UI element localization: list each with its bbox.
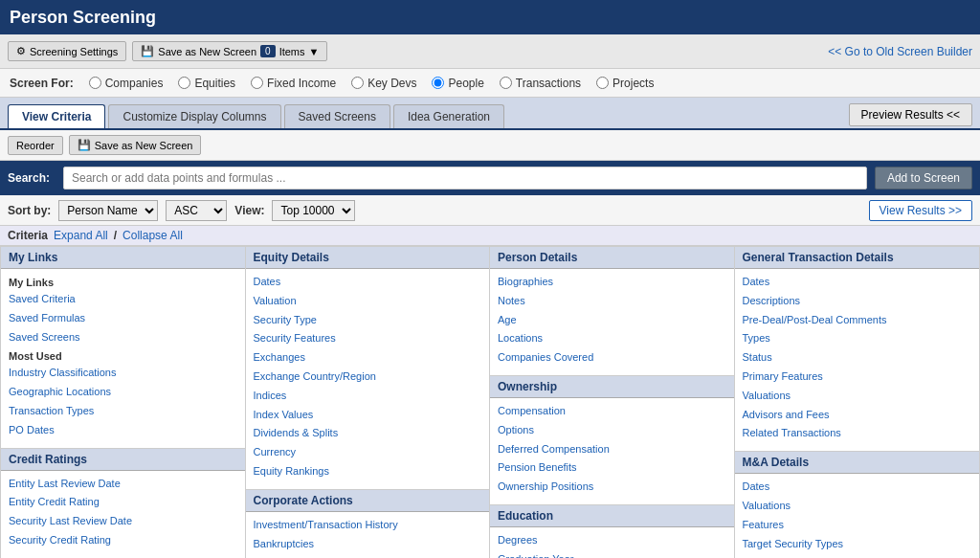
collapse-all-link[interactable]: Collapse All	[122, 229, 183, 242]
link-notes[interactable]: Notes	[498, 292, 726, 311]
tab-customize-display-columns[interactable]: Customize Display Columns	[108, 104, 280, 128]
link-status[interactable]: Status	[743, 348, 972, 368]
expand-all-link[interactable]: Expand All	[54, 229, 108, 242]
link-compensation[interactable]: Compensation	[498, 402, 726, 421]
link-security-last-review-date[interactable]: Security Last Review Date	[9, 512, 237, 531]
link-industry-classifications-mylinks[interactable]: Industry Classifications	[9, 364, 237, 383]
link-saved-criteria[interactable]: Saved Criteria	[9, 290, 237, 309]
radio-equities[interactable]: Equities	[178, 77, 235, 90]
link-transaction-types[interactable]: Transaction Types	[9, 402, 237, 421]
sort-bar: Sort by: Person Name ASC DESC View: Top …	[0, 195, 980, 226]
radio-companies[interactable]: Companies	[89, 77, 164, 90]
link-pre-post-deal-comments[interactable]: Pre-Deal/Post-Deal Comments	[743, 311, 972, 330]
link-filings[interactable]: Filings	[254, 553, 482, 558]
link-geographic-locations-mylinks[interactable]: Geographic Locations	[9, 383, 237, 402]
preview-results-button[interactable]: Preview Results <<	[849, 103, 972, 126]
link-pension-benefits[interactable]: Pension Benefits	[498, 458, 726, 478]
link-equity-dates[interactable]: Dates	[254, 273, 482, 292]
link-age[interactable]: Age	[498, 311, 726, 330]
link-target-security-types[interactable]: Target Security Types	[743, 535, 972, 554]
link-ma-valuations[interactable]: Valuations	[743, 497, 972, 516]
link-companies-covered[interactable]: Companies Covered	[498, 348, 726, 368]
link-exchanges[interactable]: Exchanges	[254, 348, 482, 368]
section-content-my-links: My Links Saved Criteria Saved Formulas S…	[1, 269, 245, 448]
link-security-features[interactable]: Security Features	[254, 329, 482, 348]
criteria-header: Criteria Expand All / Collapse All	[0, 226, 980, 246]
radio-transactions[interactable]: Transactions	[500, 77, 581, 90]
link-investment-transaction-history[interactable]: Investment/Transaction History	[254, 516, 482, 535]
link-saved-formulas[interactable]: Saved Formulas	[9, 309, 237, 328]
section-credit-ratings: Credit Ratings Entity Last Review Date E…	[1, 449, 245, 558]
tab-view-criteria[interactable]: View Criteria	[8, 104, 105, 128]
tabs-left: View Criteria Customize Display Columns …	[8, 104, 504, 128]
link-dividends-splits[interactable]: Dividends & Splits	[254, 424, 482, 443]
old-screen-builder-link[interactable]: << Go to Old Screen Builder	[828, 45, 972, 58]
link-bankruptcies[interactable]: Bankruptcies	[254, 535, 482, 554]
gear-icon: ⚙	[16, 45, 26, 57]
section-ownership: Ownership Compensation Options Deferred …	[490, 376, 734, 505]
sort-order-select[interactable]: ASC DESC	[166, 200, 227, 221]
link-biographies[interactable]: Biographies	[498, 273, 726, 292]
link-currency[interactable]: Currency	[254, 443, 482, 462]
link-types[interactable]: Types	[743, 329, 972, 348]
view-label: View:	[234, 204, 264, 217]
link-exchange-country-region[interactable]: Exchange Country/Region	[254, 368, 482, 387]
search-label: Search:	[8, 171, 56, 185]
link-options[interactable]: Options	[498, 421, 726, 440]
link-locations[interactable]: Locations	[498, 329, 726, 348]
link-advisors-and-fees[interactable]: Advisors and Fees	[743, 406, 972, 425]
radio-people[interactable]: People	[432, 77, 483, 90]
tab-idea-generation[interactable]: Idea Generation	[393, 104, 504, 128]
section-title-person-details: Person Details	[490, 247, 734, 269]
save-icon: 💾	[141, 45, 154, 57]
add-to-screen-button[interactable]: Add to Screen	[875, 167, 972, 190]
link-ma-dates[interactable]: Dates	[743, 478, 972, 497]
sort-by-select[interactable]: Person Name	[58, 200, 158, 221]
radio-fixed-income[interactable]: Fixed Income	[251, 77, 336, 90]
search-input[interactable]	[63, 167, 867, 190]
link-security-credit-rating[interactable]: Security Credit Rating	[9, 531, 237, 550]
link-saved-screens[interactable]: Saved Screens	[9, 328, 237, 347]
search-bar: Search: Add to Screen	[0, 161, 980, 195]
link-degrees[interactable]: Degrees	[498, 531, 726, 550]
link-entity-credit-rating[interactable]: Entity Credit Rating	[9, 493, 237, 512]
section-content-equity-details: Dates Valuation Security Type Security F…	[246, 269, 490, 489]
subsection-most-used: Most Used	[9, 350, 237, 362]
link-primary-features[interactable]: Primary Features	[743, 368, 972, 387]
screening-settings-button[interactable]: ⚙ Screening Settings	[8, 41, 126, 61]
link-related-transactions[interactable]: Related Transactions	[743, 424, 972, 443]
link-security-type[interactable]: Security Type	[254, 311, 482, 330]
link-graduation-year[interactable]: Graduation Year	[498, 550, 726, 558]
link-ownership-positions[interactable]: Ownership Positions	[498, 478, 726, 497]
reorder-button[interactable]: Reorder	[8, 136, 63, 155]
tabs-bar: View Criteria Customize Display Columns …	[0, 98, 980, 130]
section-title-my-links: My Links	[1, 247, 245, 269]
view-results-button[interactable]: View Results >>	[869, 200, 973, 221]
link-descriptions[interactable]: Descriptions	[743, 292, 972, 311]
criteria-col-4: General Transaction Details Dates Descri…	[735, 247, 980, 558]
secondary-save-as-button[interactable]: 💾 Save as New Screen	[69, 135, 202, 155]
view-select[interactable]: Top 10000	[272, 200, 355, 221]
link-ma-features[interactable]: Features	[743, 516, 972, 535]
link-entity-last-review-date[interactable]: Entity Last Review Date	[9, 475, 237, 494]
section-equity-details: Equity Details Dates Valuation Security …	[246, 247, 490, 490]
link-target-security-details[interactable]: Target Security Details	[743, 553, 972, 558]
link-indices[interactable]: Indices	[254, 387, 482, 406]
section-content-education: Degrees Graduation Year Colleges/Univers…	[490, 527, 734, 558]
link-po-dates[interactable]: PO Dates	[9, 421, 237, 440]
link-valuations-gtd[interactable]: Valuations	[743, 387, 972, 406]
link-index-values[interactable]: Index Values	[254, 406, 482, 425]
radio-key-devs[interactable]: Key Devs	[351, 77, 416, 90]
link-equity-rankings[interactable]: Equity Rankings	[254, 462, 482, 481]
tab-saved-screens[interactable]: Saved Screens	[284, 104, 390, 128]
criteria-grid: My Links My Links Saved Criteria Saved F…	[0, 246, 980, 558]
link-valuation[interactable]: Valuation	[254, 292, 482, 311]
link-gtd-dates[interactable]: Dates	[743, 273, 972, 292]
save-as-new-screen-button[interactable]: 💾 Save as New Screen 0 Items ▼	[132, 41, 327, 61]
app-header: Person Screening	[0, 0, 980, 34]
link-deferred-compensation[interactable]: Deferred Compensation	[498, 440, 726, 459]
secondary-toolbar: Reorder 💾 Save as New Screen	[0, 130, 980, 161]
section-content-corporate-actions: Investment/Transaction History Bankruptc…	[246, 512, 490, 558]
radio-projects[interactable]: Projects	[596, 77, 654, 90]
screen-for-bar: Screen For: Companies Equities Fixed Inc…	[0, 69, 980, 98]
